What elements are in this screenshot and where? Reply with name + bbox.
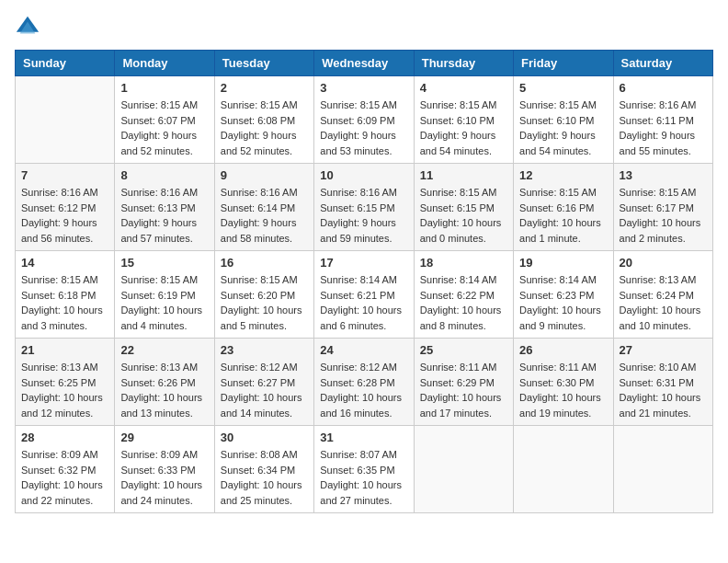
day-info: Sunrise: 8:14 AM Sunset: 6:22 PM Dayligh… [420,272,507,333]
day-number: 13 [620,168,707,182]
calendar-week-row: 14Sunrise: 8:15 AM Sunset: 6:18 PM Dayli… [16,251,713,339]
day-number: 23 [221,343,308,357]
calendar-cell: 20Sunrise: 8:13 AM Sunset: 6:24 PM Dayli… [613,251,712,339]
day-number: 6 [620,81,707,95]
day-number: 1 [120,81,208,95]
calendar-day-header: Monday [115,51,214,76]
calendar-cell: 4Sunrise: 8:15 AM Sunset: 6:10 PM Daylig… [414,76,513,164]
day-info: Sunrise: 8:13 AM Sunset: 6:25 PM Dayligh… [21,360,108,420]
day-info: Sunrise: 8:15 AM Sunset: 6:09 PM Dayligh… [320,98,407,158]
day-info: Sunrise: 8:12 AM Sunset: 6:27 PM Dayligh… [221,360,308,420]
day-number: 15 [120,256,208,270]
calendar-cell: 31Sunrise: 8:07 AM Sunset: 6:35 PM Dayli… [314,426,414,513]
calendar-cell: 19Sunrise: 8:14 AM Sunset: 6:23 PM Dayli… [514,251,613,339]
calendar-cell: 24Sunrise: 8:12 AM Sunset: 6:28 PM Dayli… [314,339,414,426]
day-info: Sunrise: 8:14 AM Sunset: 6:23 PM Dayligh… [519,272,607,333]
day-number: 31 [320,431,407,444]
calendar-cell: 25Sunrise: 8:11 AM Sunset: 6:29 PM Dayli… [414,339,513,426]
day-number: 5 [519,81,607,95]
day-info: Sunrise: 8:13 AM Sunset: 6:26 PM Dayligh… [120,360,208,420]
day-info: Sunrise: 8:10 AM Sunset: 6:31 PM Dayligh… [620,360,707,420]
day-number: 24 [320,343,407,357]
day-number: 16 [221,256,308,270]
day-info: Sunrise: 8:16 AM Sunset: 6:13 PM Dayligh… [120,185,208,246]
day-info: Sunrise: 8:15 AM Sunset: 6:10 PM Dayligh… [519,98,607,158]
calendar-day-header: Saturday [613,51,712,76]
calendar-day-header: Friday [514,51,613,76]
calendar-header-row: SundayMondayTuesdayWednesdayThursdayFrid… [16,51,713,76]
calendar-cell [16,76,115,164]
day-number: 17 [320,256,407,270]
calendar-cell: 27Sunrise: 8:10 AM Sunset: 6:31 PM Dayli… [613,339,712,426]
calendar-week-row: 28Sunrise: 8:09 AM Sunset: 6:32 PM Dayli… [16,426,713,513]
day-info: Sunrise: 8:15 AM Sunset: 6:07 PM Dayligh… [120,98,208,158]
calendar-day-header: Wednesday [314,51,414,76]
calendar-cell: 16Sunrise: 8:15 AM Sunset: 6:20 PM Dayli… [214,251,313,339]
day-info: Sunrise: 8:08 AM Sunset: 6:34 PM Dayligh… [221,447,308,508]
calendar-cell: 10Sunrise: 8:16 AM Sunset: 6:15 PM Dayli… [314,164,414,251]
day-info: Sunrise: 8:16 AM Sunset: 6:12 PM Dayligh… [21,185,108,246]
day-info: Sunrise: 8:16 AM Sunset: 6:15 PM Dayligh… [320,185,407,246]
calendar-week-row: 7Sunrise: 8:16 AM Sunset: 6:12 PM Daylig… [16,164,713,251]
day-number: 20 [620,256,707,270]
day-number: 26 [519,343,607,357]
day-info: Sunrise: 8:15 AM Sunset: 6:10 PM Dayligh… [420,98,507,158]
calendar-cell: 14Sunrise: 8:15 AM Sunset: 6:18 PM Dayli… [16,251,115,339]
day-number: 19 [519,256,607,270]
day-number: 8 [120,168,208,182]
day-number: 21 [21,343,108,357]
calendar-cell: 11Sunrise: 8:15 AM Sunset: 6:15 PM Dayli… [414,164,513,251]
day-number: 27 [620,343,707,357]
calendar-cell: 13Sunrise: 8:15 AM Sunset: 6:17 PM Dayli… [613,164,712,251]
day-info: Sunrise: 8:15 AM Sunset: 6:20 PM Dayligh… [221,272,308,333]
day-info: Sunrise: 8:15 AM Sunset: 6:19 PM Dayligh… [120,272,208,333]
day-number: 30 [221,431,308,444]
calendar-table: SundayMondayTuesdayWednesdayThursdayFrid… [15,50,713,513]
day-info: Sunrise: 8:14 AM Sunset: 6:21 PM Dayligh… [320,272,407,333]
calendar-cell: 9Sunrise: 8:16 AM Sunset: 6:14 PM Daylig… [214,164,313,251]
calendar-cell: 29Sunrise: 8:09 AM Sunset: 6:33 PM Dayli… [115,426,214,513]
day-info: Sunrise: 8:15 AM Sunset: 6:15 PM Dayligh… [420,185,507,246]
calendar-day-header: Sunday [16,51,115,76]
day-info: Sunrise: 8:09 AM Sunset: 6:33 PM Dayligh… [120,447,208,508]
calendar-cell: 22Sunrise: 8:13 AM Sunset: 6:26 PM Dayli… [115,339,214,426]
day-info: Sunrise: 8:11 AM Sunset: 6:30 PM Dayligh… [519,360,607,420]
day-number: 2 [221,81,308,95]
day-number: 10 [320,168,407,182]
day-info: Sunrise: 8:15 AM Sunset: 6:18 PM Dayligh… [21,272,108,333]
calendar-cell: 17Sunrise: 8:14 AM Sunset: 6:21 PM Dayli… [314,251,414,339]
calendar-cell: 30Sunrise: 8:08 AM Sunset: 6:34 PM Dayli… [214,426,313,513]
day-info: Sunrise: 8:07 AM Sunset: 6:35 PM Dayligh… [320,447,407,508]
day-number: 3 [320,81,407,95]
day-number: 25 [420,343,507,357]
day-info: Sunrise: 8:15 AM Sunset: 6:08 PM Dayligh… [221,98,308,158]
day-info: Sunrise: 8:11 AM Sunset: 6:29 PM Dayligh… [420,360,507,420]
calendar-cell: 12Sunrise: 8:15 AM Sunset: 6:16 PM Dayli… [514,164,613,251]
calendar-cell: 1Sunrise: 8:15 AM Sunset: 6:07 PM Daylig… [115,76,214,164]
calendar-cell [613,426,712,513]
day-number: 7 [21,168,108,182]
calendar-cell: 2Sunrise: 8:15 AM Sunset: 6:08 PM Daylig… [214,76,313,164]
day-info: Sunrise: 8:15 AM Sunset: 6:16 PM Dayligh… [519,185,607,246]
day-info: Sunrise: 8:15 AM Sunset: 6:17 PM Dayligh… [620,185,707,246]
day-info: Sunrise: 8:16 AM Sunset: 6:11 PM Dayligh… [620,98,707,158]
logo [15,15,44,40]
day-number: 22 [120,343,208,357]
day-info: Sunrise: 8:16 AM Sunset: 6:14 PM Dayligh… [221,185,308,246]
calendar-week-row: 1Sunrise: 8:15 AM Sunset: 6:07 PM Daylig… [16,76,713,164]
calendar-day-header: Thursday [414,51,513,76]
day-number: 14 [21,256,108,270]
day-number: 9 [221,168,308,182]
calendar-week-row: 21Sunrise: 8:13 AM Sunset: 6:25 PM Dayli… [16,339,713,426]
calendar-cell [514,426,613,513]
calendar-cell: 3Sunrise: 8:15 AM Sunset: 6:09 PM Daylig… [314,76,414,164]
day-info: Sunrise: 8:13 AM Sunset: 6:24 PM Dayligh… [620,272,707,333]
calendar-cell: 21Sunrise: 8:13 AM Sunset: 6:25 PM Dayli… [16,339,115,426]
calendar-cell: 7Sunrise: 8:16 AM Sunset: 6:12 PM Daylig… [16,164,115,251]
page-header [15,15,713,40]
day-info: Sunrise: 8:12 AM Sunset: 6:28 PM Dayligh… [320,360,407,420]
calendar-cell: 18Sunrise: 8:14 AM Sunset: 6:22 PM Dayli… [414,251,513,339]
calendar-cell: 23Sunrise: 8:12 AM Sunset: 6:27 PM Dayli… [214,339,313,426]
calendar-cell: 28Sunrise: 8:09 AM Sunset: 6:32 PM Dayli… [16,426,115,513]
day-number: 28 [21,431,108,444]
